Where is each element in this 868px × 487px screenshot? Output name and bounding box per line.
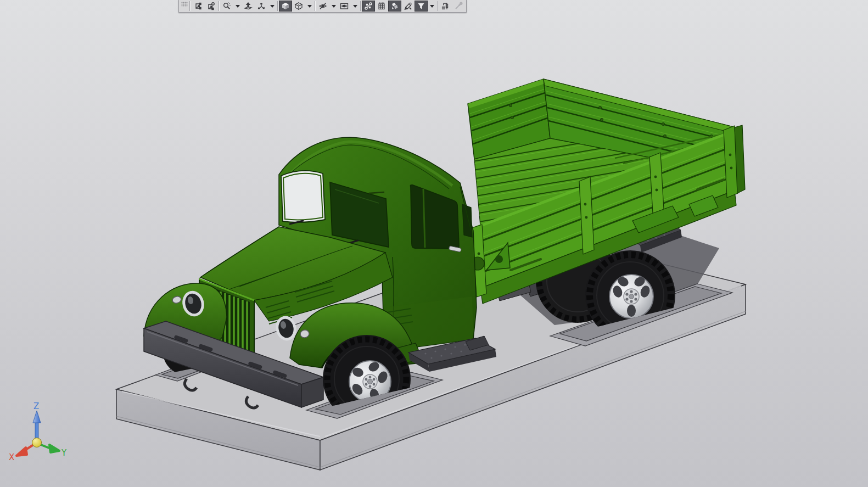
hide-show-items-button[interactable] bbox=[316, 1, 329, 12]
measure-button[interactable] bbox=[439, 1, 452, 12]
display-style-dropdown[interactable] bbox=[305, 1, 313, 12]
coordinate-system-button[interactable] bbox=[191, 1, 204, 12]
paint-button[interactable] bbox=[401, 1, 415, 12]
cad-viewport[interactable]: Z X Y bbox=[0, 0, 868, 487]
zoom-dropdown[interactable] bbox=[233, 1, 242, 12]
local-coordinate-system-button[interactable] bbox=[204, 1, 217, 12]
z-axis-arrow bbox=[33, 411, 41, 423]
eyedropper-button[interactable] bbox=[452, 1, 465, 12]
triad-origin bbox=[32, 438, 42, 447]
shaded-display-button[interactable] bbox=[279, 1, 292, 12]
appearances-button[interactable] bbox=[388, 1, 401, 12]
normal-to-button[interactable] bbox=[242, 1, 255, 12]
y-axis-label: Y bbox=[61, 448, 67, 458]
x-axis-label: X bbox=[9, 452, 14, 462]
zoom-button[interactable] bbox=[220, 1, 233, 12]
filter-dropdown[interactable] bbox=[428, 1, 436, 12]
filter-button[interactable] bbox=[415, 1, 428, 12]
view-toolbar bbox=[178, 0, 467, 13]
toolbar-separator bbox=[219, 1, 219, 11]
toolbar-separator bbox=[189, 1, 190, 11]
toolbar-separator bbox=[437, 1, 438, 11]
visibility-options-button[interactable] bbox=[338, 1, 351, 12]
display-style-button[interactable] bbox=[292, 1, 305, 12]
model-scene[interactable]: Z X Y bbox=[0, 0, 868, 487]
toolbar-separator bbox=[315, 1, 315, 11]
toolbar-separator bbox=[277, 1, 278, 11]
view-orientation-dropdown[interactable] bbox=[268, 1, 276, 12]
toolbar-separator bbox=[360, 1, 361, 11]
section-view-button[interactable] bbox=[362, 1, 375, 12]
hide-show-items-dropdown[interactable] bbox=[329, 1, 338, 12]
toolbar-drag-handle[interactable] bbox=[180, 0, 188, 12]
grid-sheet-button[interactable] bbox=[375, 1, 388, 12]
view-orientation-button[interactable] bbox=[255, 1, 268, 12]
axis-triad: Z X Y bbox=[9, 401, 67, 462]
z-axis-label: Z bbox=[33, 401, 39, 411]
visibility-options-dropdown[interactable] bbox=[351, 1, 359, 12]
windshield-left-pane bbox=[281, 171, 325, 222]
